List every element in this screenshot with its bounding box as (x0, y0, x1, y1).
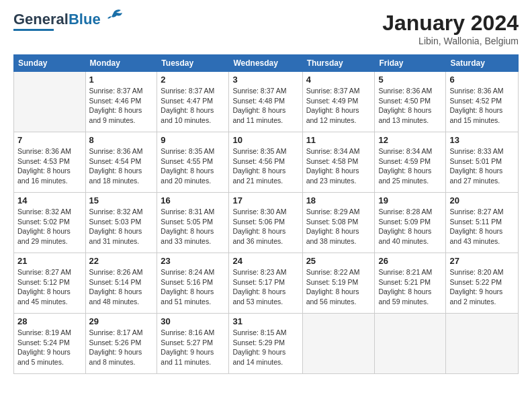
day-number: 6 (449, 75, 515, 85)
day-number: 27 (449, 256, 515, 266)
month-title: January 2024 (382, 11, 519, 36)
calendar-week-4: 21Sunrise: 8:27 AM Sunset: 5:12 PM Dayli… (14, 253, 519, 314)
calendar-cell: 15Sunrise: 8:32 AM Sunset: 5:03 PM Dayli… (85, 193, 157, 253)
day-info: Sunrise: 8:32 AM Sunset: 5:03 PM Dayligh… (89, 207, 154, 246)
day-number: 9 (161, 135, 225, 145)
calendar-cell: 25Sunrise: 8:22 AM Sunset: 5:19 PM Dayli… (302, 253, 375, 314)
calendar-cell: 19Sunrise: 8:28 AM Sunset: 5:09 PM Dayli… (375, 193, 446, 253)
calendar-cell: 27Sunrise: 8:20 AM Sunset: 5:22 PM Dayli… (446, 253, 519, 314)
logo-text: GeneralBlue (13, 11, 101, 28)
title-block: January 2024 Libin, Wallonia, Belgium (382, 11, 519, 46)
calendar-cell: 31Sunrise: 8:15 AM Sunset: 5:29 PM Dayli… (229, 314, 302, 374)
day-number: 3 (232, 75, 298, 85)
day-info: Sunrise: 8:19 AM Sunset: 5:24 PM Dayligh… (17, 328, 82, 367)
calendar-table: Sunday Monday Tuesday Wednesday Thursday… (13, 54, 519, 374)
calendar-cell: 24Sunrise: 8:23 AM Sunset: 5:17 PM Dayli… (229, 253, 302, 314)
day-number: 24 (232, 256, 298, 266)
calendar-week-2: 7Sunrise: 8:36 AM Sunset: 4:53 PM Daylig… (14, 132, 519, 193)
calendar-cell: 2Sunrise: 8:37 AM Sunset: 4:47 PM Daylig… (157, 72, 229, 132)
day-number: 7 (17, 135, 82, 145)
calendar-cell (446, 314, 519, 374)
day-info: Sunrise: 8:37 AM Sunset: 4:47 PM Dayligh… (161, 86, 225, 126)
day-info: Sunrise: 8:27 AM Sunset: 5:12 PM Dayligh… (17, 267, 82, 307)
col-thursday: Thursday (302, 55, 375, 72)
day-info: Sunrise: 8:22 AM Sunset: 5:19 PM Dayligh… (306, 267, 371, 307)
day-info: Sunrise: 8:17 AM Sunset: 5:26 PM Dayligh… (89, 328, 154, 367)
day-number: 16 (161, 195, 225, 205)
calendar-cell (375, 314, 446, 374)
day-info: Sunrise: 8:36 AM Sunset: 4:52 PM Dayligh… (449, 86, 515, 126)
calendar-cell: 17Sunrise: 8:30 AM Sunset: 5:06 PM Dayli… (229, 193, 302, 253)
col-friday: Friday (375, 55, 446, 72)
day-info: Sunrise: 8:31 AM Sunset: 5:05 PM Dayligh… (161, 207, 225, 246)
day-number: 14 (17, 195, 82, 205)
page-header: GeneralBlue January 2024 Libin, Wallonia… (13, 11, 519, 46)
day-info: Sunrise: 8:37 AM Sunset: 4:48 PM Dayligh… (232, 86, 298, 126)
day-info: Sunrise: 8:21 AM Sunset: 5:21 PM Dayligh… (378, 267, 442, 307)
day-number: 19 (378, 195, 442, 205)
calendar-week-5: 28Sunrise: 8:19 AM Sunset: 5:24 PM Dayli… (14, 314, 519, 374)
calendar-header-row: Sunday Monday Tuesday Wednesday Thursday… (14, 55, 519, 72)
calendar-cell (14, 72, 86, 132)
day-info: Sunrise: 8:35 AM Sunset: 4:56 PM Dayligh… (232, 146, 298, 186)
calendar-cell: 7Sunrise: 8:36 AM Sunset: 4:53 PM Daylig… (14, 132, 86, 193)
calendar-cell: 1Sunrise: 8:37 AM Sunset: 4:46 PM Daylig… (85, 72, 157, 132)
day-number: 26 (378, 256, 442, 266)
day-info: Sunrise: 8:27 AM Sunset: 5:11 PM Dayligh… (449, 207, 515, 246)
day-number: 18 (306, 195, 371, 205)
day-info: Sunrise: 8:37 AM Sunset: 4:46 PM Dayligh… (89, 86, 154, 126)
day-info: Sunrise: 8:35 AM Sunset: 4:55 PM Dayligh… (161, 146, 225, 186)
day-number: 28 (17, 316, 82, 326)
day-info: Sunrise: 8:34 AM Sunset: 4:58 PM Dayligh… (306, 146, 371, 186)
calendar-cell: 20Sunrise: 8:27 AM Sunset: 5:11 PM Dayli… (446, 193, 519, 253)
calendar-cell: 28Sunrise: 8:19 AM Sunset: 5:24 PM Dayli… (14, 314, 86, 374)
calendar-cell: 3Sunrise: 8:37 AM Sunset: 4:48 PM Daylig… (229, 72, 302, 132)
calendar-cell: 30Sunrise: 8:16 AM Sunset: 5:27 PM Dayli… (157, 314, 229, 374)
day-number: 17 (232, 195, 298, 205)
day-info: Sunrise: 8:33 AM Sunset: 5:01 PM Dayligh… (449, 146, 515, 186)
logo-bird-icon (102, 9, 124, 24)
col-monday: Monday (85, 55, 157, 72)
day-info: Sunrise: 8:24 AM Sunset: 5:16 PM Dayligh… (161, 267, 225, 307)
day-number: 5 (378, 75, 442, 85)
calendar-cell: 11Sunrise: 8:34 AM Sunset: 4:58 PM Dayli… (302, 132, 375, 193)
day-number: 23 (161, 256, 225, 266)
location-subtitle: Libin, Wallonia, Belgium (382, 36, 519, 46)
calendar-cell: 22Sunrise: 8:26 AM Sunset: 5:14 PM Dayli… (85, 253, 157, 314)
day-number: 30 (161, 316, 225, 326)
day-info: Sunrise: 8:29 AM Sunset: 5:08 PM Dayligh… (306, 207, 371, 246)
day-info: Sunrise: 8:37 AM Sunset: 4:49 PM Dayligh… (306, 86, 371, 126)
day-number: 1 (89, 75, 154, 85)
page-container: GeneralBlue January 2024 Libin, Wallonia… (0, 0, 532, 381)
calendar-cell: 13Sunrise: 8:33 AM Sunset: 5:01 PM Dayli… (446, 132, 519, 193)
calendar-week-3: 14Sunrise: 8:32 AM Sunset: 5:02 PM Dayli… (14, 193, 519, 253)
day-info: Sunrise: 8:34 AM Sunset: 4:59 PM Dayligh… (378, 146, 442, 186)
day-number: 10 (232, 135, 298, 145)
day-info: Sunrise: 8:20 AM Sunset: 5:22 PM Dayligh… (449, 267, 515, 307)
day-number: 8 (89, 135, 154, 145)
day-info: Sunrise: 8:16 AM Sunset: 5:27 PM Dayligh… (161, 328, 225, 367)
calendar-cell: 4Sunrise: 8:37 AM Sunset: 4:49 PM Daylig… (302, 72, 375, 132)
day-info: Sunrise: 8:36 AM Sunset: 4:53 PM Dayligh… (17, 146, 82, 186)
day-number: 12 (378, 135, 442, 145)
col-wednesday: Wednesday (229, 55, 302, 72)
calendar-cell: 18Sunrise: 8:29 AM Sunset: 5:08 PM Dayli… (302, 193, 375, 253)
day-number: 29 (89, 316, 154, 326)
day-number: 4 (306, 75, 371, 85)
logo: GeneralBlue (13, 11, 124, 31)
col-sunday: Sunday (14, 55, 86, 72)
col-saturday: Saturday (446, 55, 519, 72)
calendar-cell: 29Sunrise: 8:17 AM Sunset: 5:26 PM Dayli… (85, 314, 157, 374)
col-tuesday: Tuesday (157, 55, 229, 72)
calendar-cell: 10Sunrise: 8:35 AM Sunset: 4:56 PM Dayli… (229, 132, 302, 193)
day-number: 20 (449, 195, 515, 205)
calendar-cell: 21Sunrise: 8:27 AM Sunset: 5:12 PM Dayli… (14, 253, 86, 314)
day-info: Sunrise: 8:30 AM Sunset: 5:06 PM Dayligh… (232, 207, 298, 246)
calendar-cell: 16Sunrise: 8:31 AM Sunset: 5:05 PM Dayli… (157, 193, 229, 253)
day-number: 15 (89, 195, 154, 205)
day-number: 22 (89, 256, 154, 266)
calendar-cell (302, 314, 375, 374)
calendar-cell: 6Sunrise: 8:36 AM Sunset: 4:52 PM Daylig… (446, 72, 519, 132)
day-info: Sunrise: 8:32 AM Sunset: 5:02 PM Dayligh… (17, 207, 82, 246)
day-number: 31 (232, 316, 298, 326)
